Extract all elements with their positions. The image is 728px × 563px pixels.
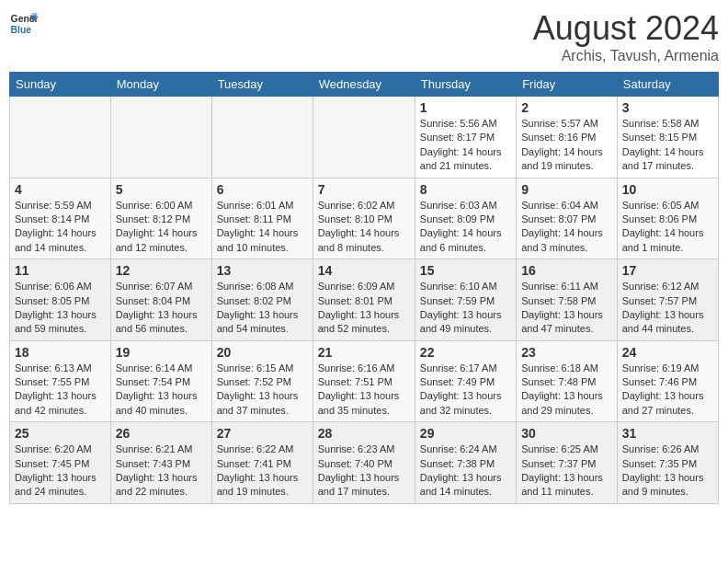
calendar-cell: 14Sunrise: 6:09 AM Sunset: 8:01 PM Dayli… xyxy=(313,259,415,341)
day-number: 8 xyxy=(420,182,511,197)
day-info: Sunrise: 6:13 AM Sunset: 7:55 PM Dayligh… xyxy=(15,362,106,419)
day-number: 2 xyxy=(521,100,612,115)
calendar-cell: 21Sunrise: 6:16 AM Sunset: 7:51 PM Dayli… xyxy=(313,340,415,422)
day-number: 30 xyxy=(521,426,612,441)
title-area: August 2024 Archis, Tavush, Armenia xyxy=(533,9,719,64)
day-number: 9 xyxy=(521,182,612,197)
day-number: 16 xyxy=(521,263,612,278)
calendar-cell: 20Sunrise: 6:15 AM Sunset: 7:52 PM Dayli… xyxy=(211,340,313,422)
day-info: Sunrise: 6:18 AM Sunset: 7:48 PM Dayligh… xyxy=(521,362,612,419)
day-number: 15 xyxy=(420,263,511,278)
svg-text:Blue: Blue xyxy=(11,25,32,35)
logo: General Blue xyxy=(9,9,39,39)
day-number: 23 xyxy=(521,345,612,360)
calendar-cell: 17Sunrise: 6:12 AM Sunset: 7:57 PM Dayli… xyxy=(617,259,718,341)
calendar-cell: 24Sunrise: 6:19 AM Sunset: 7:46 PM Dayli… xyxy=(617,340,718,422)
calendar-week-5: 25Sunrise: 6:20 AM Sunset: 7:45 PM Dayli… xyxy=(10,422,719,504)
calendar-cell: 16Sunrise: 6:11 AM Sunset: 7:58 PM Dayli… xyxy=(517,259,618,341)
calendar-cell: 13Sunrise: 6:08 AM Sunset: 8:02 PM Dayli… xyxy=(211,259,313,341)
col-header-friday: Friday xyxy=(517,73,618,97)
day-number: 25 xyxy=(15,426,106,441)
calendar-cell: 23Sunrise: 6:18 AM Sunset: 7:48 PM Dayli… xyxy=(517,340,618,422)
day-info: Sunrise: 6:24 AM Sunset: 7:38 PM Dayligh… xyxy=(420,442,511,500)
calendar-cell: 12Sunrise: 6:07 AM Sunset: 8:04 PM Dayli… xyxy=(110,259,211,341)
day-number: 29 xyxy=(420,426,511,441)
calendar-cell: 30Sunrise: 6:25 AM Sunset: 7:37 PM Dayli… xyxy=(517,422,618,504)
calendar-cell: 6Sunrise: 6:01 AM Sunset: 8:11 PM Daylig… xyxy=(211,178,313,259)
day-info: Sunrise: 6:20 AM Sunset: 7:45 PM Dayligh… xyxy=(15,442,106,500)
day-info: Sunrise: 6:21 AM Sunset: 7:43 PM Dayligh… xyxy=(116,442,207,500)
logo-icon: General Blue xyxy=(9,9,39,39)
day-number: 27 xyxy=(217,426,308,441)
calendar-cell: 22Sunrise: 6:17 AM Sunset: 7:49 PM Dayli… xyxy=(415,340,516,422)
calendar-cell: 2Sunrise: 5:57 AM Sunset: 8:16 PM Daylig… xyxy=(517,97,618,178)
calendar-cell: 15Sunrise: 6:10 AM Sunset: 7:59 PM Dayli… xyxy=(415,259,516,341)
day-number: 14 xyxy=(318,263,410,278)
calendar-cell: 4Sunrise: 5:59 AM Sunset: 8:14 PM Daylig… xyxy=(10,178,111,259)
day-info: Sunrise: 6:09 AM Sunset: 8:01 PM Dayligh… xyxy=(318,280,410,337)
day-number: 6 xyxy=(217,182,308,197)
calendar-cell xyxy=(10,97,111,178)
page-subtitle: Archis, Tavush, Armenia xyxy=(533,48,719,64)
day-number: 20 xyxy=(217,345,308,360)
day-number: 4 xyxy=(15,182,106,197)
day-number: 3 xyxy=(622,100,713,115)
day-info: Sunrise: 6:04 AM Sunset: 8:07 PM Dayligh… xyxy=(521,199,612,256)
day-number: 12 xyxy=(116,263,207,278)
day-info: Sunrise: 6:10 AM Sunset: 7:59 PM Dayligh… xyxy=(420,280,511,337)
calendar-cell: 3Sunrise: 5:58 AM Sunset: 8:15 PM Daylig… xyxy=(617,97,718,178)
day-info: Sunrise: 6:23 AM Sunset: 7:40 PM Dayligh… xyxy=(318,442,410,500)
calendar-cell: 27Sunrise: 6:22 AM Sunset: 7:41 PM Dayli… xyxy=(211,422,313,504)
day-info: Sunrise: 6:22 AM Sunset: 7:41 PM Dayligh… xyxy=(217,442,308,500)
day-info: Sunrise: 6:07 AM Sunset: 8:04 PM Dayligh… xyxy=(116,280,207,337)
day-info: Sunrise: 5:58 AM Sunset: 8:15 PM Dayligh… xyxy=(622,117,713,174)
page-header: General Blue August 2024 Archis, Tavush,… xyxy=(9,9,719,64)
day-number: 7 xyxy=(318,182,410,197)
calendar-cell: 19Sunrise: 6:14 AM Sunset: 7:54 PM Dayli… xyxy=(110,340,211,422)
calendar-week-3: 11Sunrise: 6:06 AM Sunset: 8:05 PM Dayli… xyxy=(10,259,719,341)
calendar-week-1: 1Sunrise: 5:56 AM Sunset: 8:17 PM Daylig… xyxy=(10,97,719,178)
day-number: 17 xyxy=(622,263,713,278)
calendar-cell xyxy=(313,97,415,178)
day-info: Sunrise: 6:17 AM Sunset: 7:49 PM Dayligh… xyxy=(420,362,511,419)
calendar-cell: 9Sunrise: 6:04 AM Sunset: 8:07 PM Daylig… xyxy=(517,178,618,259)
day-info: Sunrise: 6:26 AM Sunset: 7:35 PM Dayligh… xyxy=(622,442,713,500)
day-info: Sunrise: 5:56 AM Sunset: 8:17 PM Dayligh… xyxy=(420,117,511,174)
calendar-header-row: SundayMondayTuesdayWednesdayThursdayFrid… xyxy=(10,73,719,97)
day-info: Sunrise: 6:08 AM Sunset: 8:02 PM Dayligh… xyxy=(217,280,308,337)
day-info: Sunrise: 6:15 AM Sunset: 7:52 PM Dayligh… xyxy=(217,362,308,419)
day-info: Sunrise: 5:59 AM Sunset: 8:14 PM Dayligh… xyxy=(15,199,106,256)
calendar-cell: 7Sunrise: 6:02 AM Sunset: 8:10 PM Daylig… xyxy=(313,178,415,259)
day-number: 13 xyxy=(217,263,308,278)
col-header-monday: Monday xyxy=(110,73,211,97)
day-number: 19 xyxy=(116,345,207,360)
calendar-cell xyxy=(211,97,313,178)
day-info: Sunrise: 6:02 AM Sunset: 8:10 PM Dayligh… xyxy=(318,199,410,256)
calendar-cell: 28Sunrise: 6:23 AM Sunset: 7:40 PM Dayli… xyxy=(313,422,415,504)
calendar-cell: 10Sunrise: 6:05 AM Sunset: 8:06 PM Dayli… xyxy=(617,178,718,259)
day-number: 1 xyxy=(420,100,511,115)
day-info: Sunrise: 6:12 AM Sunset: 7:57 PM Dayligh… xyxy=(622,280,713,337)
day-info: Sunrise: 6:14 AM Sunset: 7:54 PM Dayligh… xyxy=(116,362,207,419)
day-info: Sunrise: 6:25 AM Sunset: 7:37 PM Dayligh… xyxy=(521,442,612,500)
day-info: Sunrise: 6:11 AM Sunset: 7:58 PM Dayligh… xyxy=(521,280,612,337)
day-info: Sunrise: 6:19 AM Sunset: 7:46 PM Dayligh… xyxy=(622,362,713,419)
calendar-cell: 1Sunrise: 5:56 AM Sunset: 8:17 PM Daylig… xyxy=(415,97,516,178)
calendar-cell: 26Sunrise: 6:21 AM Sunset: 7:43 PM Dayli… xyxy=(110,422,211,504)
calendar-cell: 8Sunrise: 6:03 AM Sunset: 8:09 PM Daylig… xyxy=(415,178,516,259)
day-info: Sunrise: 6:05 AM Sunset: 8:06 PM Dayligh… xyxy=(622,199,713,256)
day-info: Sunrise: 6:16 AM Sunset: 7:51 PM Dayligh… xyxy=(318,362,410,419)
col-header-thursday: Thursday xyxy=(415,73,516,97)
day-number: 21 xyxy=(318,345,410,360)
page-title: August 2024 xyxy=(533,9,719,48)
calendar-cell xyxy=(110,97,211,178)
day-info: Sunrise: 6:01 AM Sunset: 8:11 PM Dayligh… xyxy=(217,199,308,256)
col-header-sunday: Sunday xyxy=(10,73,111,97)
day-info: Sunrise: 5:57 AM Sunset: 8:16 PM Dayligh… xyxy=(521,117,612,174)
day-number: 11 xyxy=(15,263,106,278)
day-number: 5 xyxy=(116,182,207,197)
calendar-cell: 11Sunrise: 6:06 AM Sunset: 8:05 PM Dayli… xyxy=(10,259,111,341)
calendar-table: SundayMondayTuesdayWednesdayThursdayFrid… xyxy=(9,72,719,504)
day-number: 28 xyxy=(318,426,410,441)
calendar-cell: 18Sunrise: 6:13 AM Sunset: 7:55 PM Dayli… xyxy=(10,340,111,422)
